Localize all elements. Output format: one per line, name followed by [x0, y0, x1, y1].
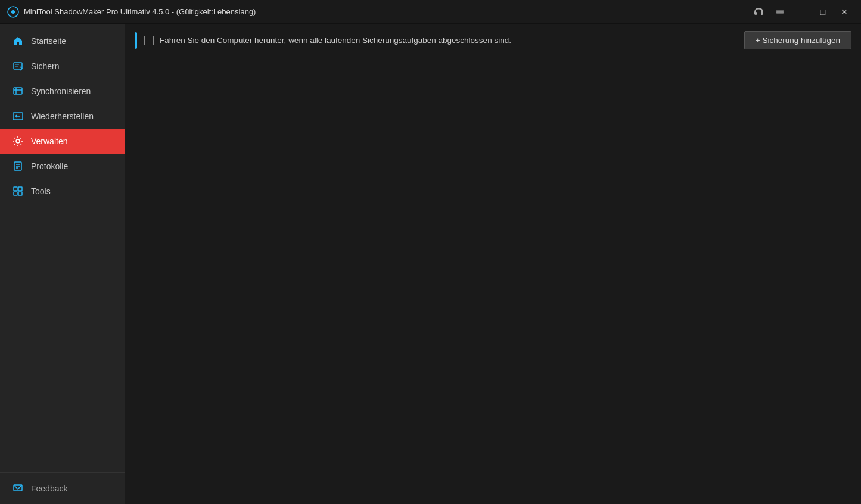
- menu-button[interactable]: [770, 4, 789, 20]
- sync-icon: [12, 85, 24, 97]
- add-backup-button[interactable]: + Sicherung hinzufügen: [744, 31, 851, 49]
- tools-icon: [12, 185, 24, 197]
- backup-icon: [12, 60, 24, 72]
- sidebar-item-startseite[interactable]: Startseite: [0, 29, 125, 54]
- main-toolbar: Fahren Sie den Computer herunter, wenn a…: [125, 24, 861, 57]
- app-title: MiniTool ShadowMaker Pro Ultimativ 4.5.0…: [24, 7, 256, 16]
- support-button[interactable]: [749, 4, 768, 20]
- sidebar-item-wiederherstellen[interactable]: Wiederherstellen: [0, 104, 125, 129]
- svg-rect-2: [776, 10, 784, 11]
- app-logo-icon: [7, 6, 19, 18]
- app-body: Startseite Sichern: [0, 24, 861, 504]
- svg-rect-7: [15, 66, 18, 67]
- shutdown-label: Fahren Sie den Computer herunter, wenn a…: [160, 36, 511, 45]
- shutdown-option: Fahren Sie den Computer herunter, wenn a…: [144, 36, 737, 45]
- title-bar: MiniTool ShadowMaker Pro Ultimativ 4.5.0…: [0, 0, 861, 24]
- accent-bar: [135, 32, 137, 49]
- sidebar: Startseite Sichern: [0, 24, 125, 504]
- sidebar-label-wiederherstellen: Wiederherstellen: [31, 111, 94, 121]
- sidebar-item-protokolle[interactable]: Protokolle: [0, 154, 125, 179]
- svg-point-1: [11, 10, 15, 14]
- app-logo: MiniTool ShadowMaker Pro Ultimativ 4.5.0…: [7, 6, 256, 18]
- svg-rect-6: [15, 64, 19, 65]
- sidebar-label-tools: Tools: [31, 186, 51, 196]
- log-icon: [12, 160, 24, 172]
- maximize-button[interactable]: □: [813, 4, 832, 20]
- sidebar-nav: Startseite Sichern: [0, 24, 125, 472]
- sidebar-item-synchronisieren[interactable]: Synchronisieren: [0, 79, 125, 104]
- sidebar-item-verwalten[interactable]: Verwalten: [0, 129, 125, 154]
- svg-rect-20: [18, 192, 22, 195]
- sidebar-label-verwalten: Verwalten: [31, 136, 67, 146]
- svg-point-12: [16, 139, 20, 143]
- svg-rect-8: [14, 88, 22, 94]
- home-icon: [12, 35, 24, 47]
- sidebar-label-sichern: Sichern: [31, 61, 59, 71]
- window-controls: – □ ✕: [749, 4, 854, 20]
- manage-icon: [12, 135, 24, 147]
- close-button[interactable]: ✕: [835, 4, 854, 20]
- svg-rect-18: [18, 187, 22, 191]
- feedback-button[interactable]: Feedback: [12, 483, 113, 494]
- sidebar-item-tools[interactable]: Tools: [0, 179, 125, 204]
- feedback-icon: [12, 483, 24, 494]
- sidebar-label-synchronisieren: Synchronisieren: [31, 86, 91, 96]
- sidebar-footer: Feedback: [0, 472, 125, 504]
- sidebar-label-protokolle: Protokolle: [31, 161, 68, 171]
- main-area: [125, 57, 861, 504]
- sidebar-item-sichern[interactable]: Sichern: [0, 54, 125, 79]
- feedback-label: Feedback: [31, 484, 67, 493]
- shutdown-checkbox[interactable]: [144, 36, 154, 45]
- svg-rect-3: [776, 11, 784, 13]
- svg-rect-17: [14, 187, 17, 191]
- restore-icon: [12, 110, 24, 122]
- svg-rect-19: [14, 192, 17, 195]
- minimize-button[interactable]: –: [792, 4, 811, 20]
- sidebar-label-startseite: Startseite: [31, 36, 66, 46]
- svg-rect-4: [776, 13, 784, 14]
- main-content: Fahren Sie den Computer herunter, wenn a…: [125, 24, 861, 504]
